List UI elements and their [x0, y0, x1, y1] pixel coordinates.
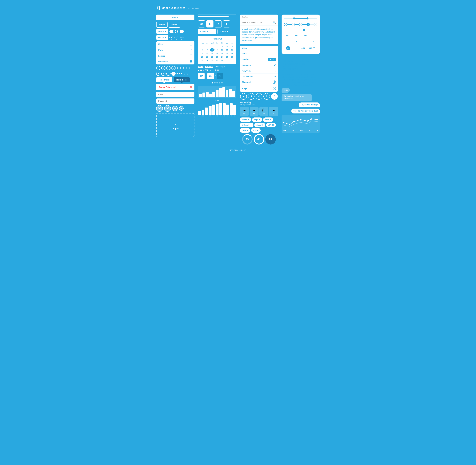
email-field[interactable]	[156, 92, 194, 97]
list-item-shanghai[interactable]: Shanghai ℹ	[240, 79, 278, 85]
dot3[interactable]	[219, 82, 220, 84]
cal-next[interactable]: ›	[232, 37, 234, 40]
icon-a[interactable]: A	[171, 72, 176, 76]
list-item-barcelona2[interactable]: Barcelona ✓	[240, 62, 278, 68]
list-item-tokyo[interactable]: Tokyo −	[240, 85, 278, 92]
toggle-on[interactable]	[169, 30, 176, 33]
audio-play-btn[interactable]: ▶	[286, 46, 290, 50]
cal-day[interactable]: 17	[220, 52, 224, 55]
date-select[interactable]: 8 June ▼	[198, 29, 216, 34]
btn-outline2[interactable]: button	[169, 22, 180, 28]
tag-close[interactable]: ✕	[246, 129, 248, 132]
icon-minus[interactable]: −	[156, 66, 160, 70]
count-btn[interactable]: 8	[271, 93, 278, 100]
cal-day[interactable]: 24	[220, 55, 224, 59]
icon-info[interactable]: ℹ	[156, 72, 160, 76]
drop-zone[interactable]: ↓ Drop it!	[156, 113, 194, 137]
menu-icon[interactable]: ☰	[313, 47, 315, 50]
cal-day[interactable]: 28	[205, 59, 210, 62]
tag-different[interactable]: different✕	[240, 123, 254, 127]
body-link[interactable]: www.chrometaphore.com	[282, 79, 300, 81]
list-item-losangeles[interactable]: Los Angeles ✕	[240, 74, 278, 79]
icon-dots[interactable]: …	[166, 72, 170, 76]
search-input[interactable]	[242, 21, 272, 24]
tooltip-btn1[interactable]: Hello there!	[156, 77, 172, 83]
cal-day[interactable]: 23	[215, 55, 220, 59]
list-item-london[interactable]: London	[156, 53, 194, 59]
icon-check[interactable]: ✓	[161, 72, 166, 76]
tag-sizes[interactable]: sizes✕	[254, 123, 265, 127]
cal-day[interactable]: 11	[225, 48, 230, 52]
tag-close[interactable]: ✕	[247, 118, 249, 121]
cal-day[interactable]: 30	[215, 59, 220, 62]
range-thumb-single[interactable]	[303, 29, 305, 31]
list-item-paris2[interactable]: Paris	[240, 51, 278, 56]
dot2[interactable]	[216, 82, 218, 84]
list-item-milan2[interactable]: Milan	[240, 46, 278, 51]
tag-close[interactable]: ✕	[261, 124, 263, 126]
icon-close[interactable]: ✕	[166, 66, 170, 70]
cal-day[interactable]: 14	[205, 52, 210, 55]
btn-full[interactable]: button	[156, 15, 194, 20]
tag-some[interactable]: Some✕	[240, 117, 251, 122]
tag-close[interactable]: ✕	[272, 124, 274, 126]
tab-3[interactable]: tab 3	[302, 33, 311, 38]
social-behance[interactable]: Be	[198, 20, 205, 28]
tab-1[interactable]: tab 1	[284, 33, 293, 38]
cal-prev[interactable]: ‹	[200, 37, 202, 40]
tag-close[interactable]: ✕	[250, 124, 251, 126]
select-dropdown1[interactable]: Select ▼	[156, 29, 168, 34]
breadcrumb-home[interactable]: Home	[198, 65, 203, 68]
search-icon[interactable]: 🔍	[273, 21, 276, 24]
range-thumb-right[interactable]	[306, 17, 309, 20]
dot4[interactable]	[221, 82, 223, 84]
range-thumb-left[interactable]	[293, 17, 295, 20]
info-btn[interactable]: ℹ	[263, 93, 270, 100]
cal-day[interactable]: 26	[230, 55, 234, 59]
cal-day[interactable]: 21	[205, 55, 210, 59]
num-input-35[interactable]: 35	[207, 73, 214, 79]
cal-day[interactable]: 29	[210, 59, 214, 62]
footer-link[interactable]: chrometaphore.com	[230, 149, 246, 151]
cal-day-today[interactable]: 8	[210, 48, 214, 52]
cal-day[interactable]: 20	[200, 55, 205, 59]
list-item-milan[interactable]: Milan	[156, 41, 194, 47]
num-input-20[interactable]: 20	[217, 73, 223, 79]
list-item-barcelona[interactable]: Barcelona	[156, 59, 194, 64]
dot-active[interactable]	[212, 82, 213, 84]
cal-day[interactable]: 5	[230, 45, 234, 48]
num-input-12[interactable]: 12	[198, 73, 205, 79]
btn-outline1[interactable]: button	[156, 22, 167, 28]
tooltip-btn2[interactable]: Hello there!	[174, 77, 190, 83]
list-item-newyork[interactable]: New York ›	[240, 68, 278, 74]
tag-close[interactable]: ✕	[257, 129, 258, 132]
password-field[interactable]	[156, 98, 194, 104]
tag-close[interactable]: ✕	[269, 118, 271, 121]
list-item-paris[interactable]: Paris ✓	[156, 47, 194, 53]
cal-day[interactable]: 6	[200, 48, 205, 52]
cal-day[interactable]: 10	[220, 48, 224, 52]
tag-with[interactable]: with✕	[263, 117, 273, 122]
delete-button[interactable]: Delete	[268, 58, 276, 61]
pause-btn[interactable]: ⏸	[248, 93, 255, 100]
play-btn[interactable]: ▶	[240, 93, 247, 100]
cal-day[interactable]: 19	[230, 52, 234, 55]
cal-day[interactable]: 12	[230, 48, 234, 52]
tab-2[interactable]: tab 2	[293, 33, 302, 38]
cal-day[interactable]: 9	[215, 48, 220, 52]
close-icon[interactable]: ✕	[190, 86, 192, 88]
stop-btn[interactable]: ✕	[256, 93, 262, 100]
cal-day[interactable]: 27	[200, 59, 205, 62]
cal-day[interactable]: 4	[225, 45, 230, 48]
social-facebook[interactable]: f	[215, 20, 222, 28]
icon-plus[interactable]: +	[161, 66, 166, 70]
date-input[interactable]: 8 June ▲	[218, 29, 236, 34]
cal-day[interactable]: 2	[215, 45, 220, 48]
tag-close[interactable]: ✕	[258, 118, 260, 121]
cal-day[interactable]: 3	[220, 45, 224, 48]
breadcrumb-portfolio[interactable]: Portfolio	[205, 65, 213, 68]
cal-day[interactable]: 1	[210, 45, 214, 48]
toggle-off[interactable]	[177, 30, 184, 33]
close-icon2[interactable]: ✕	[274, 75, 276, 77]
cal-day[interactable]: 31	[220, 59, 224, 62]
